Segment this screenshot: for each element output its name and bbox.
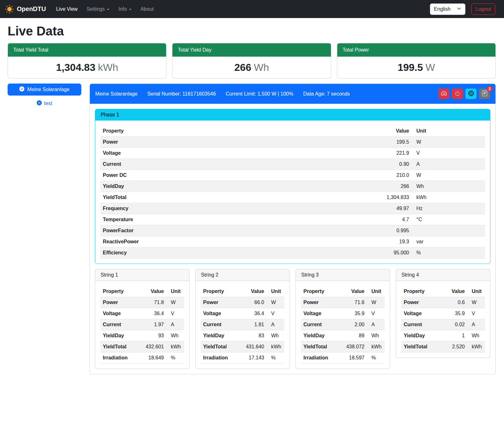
nav-item-about[interactable]: About [136, 4, 158, 15]
property-cell: Voltage [100, 308, 137, 319]
language-select-value: English [434, 6, 451, 12]
table-header-row: PropertyValueUnit [301, 286, 385, 297]
value-cell: 221.9 [287, 148, 412, 159]
unit-cell: V [412, 148, 485, 159]
event-log-button[interactable]: 2 [479, 89, 490, 99]
table-row: YieldDay1Wh [401, 330, 485, 341]
column-header-unit: Unit [367, 286, 385, 297]
column-header-property: Property [401, 286, 442, 297]
unit-cell: V [267, 308, 284, 319]
column-header-unit: Unit [166, 286, 184, 297]
card-title: Total Power [337, 43, 495, 57]
string-table: PropertyValueUnitPower71.6WVoltage35.9VC… [301, 286, 385, 364]
value-cell: 35.9 [442, 308, 467, 319]
unit-cell: V [467, 308, 485, 319]
power-button[interactable] [452, 89, 463, 99]
table-row: YieldTotal1,304.833kWh [100, 192, 485, 203]
value-cell: 18.597 [338, 352, 367, 364]
property-cell: YieldTotal [100, 192, 287, 203]
value-cell: 2.00 [338, 319, 367, 330]
sidebar-item-test[interactable]: test [8, 100, 81, 107]
property-cell: Voltage [201, 308, 238, 319]
dropdown-caret-icon [107, 9, 109, 10]
value-cell: 36.4 [137, 308, 166, 319]
value-cell: 0.995 [287, 225, 412, 236]
table-row: Current1.81A [201, 319, 284, 330]
logout-button[interactable]: Logout [471, 3, 495, 15]
value-cell: 89 [338, 330, 367, 341]
table-row: Temperature4.7°C [100, 214, 485, 225]
unit-cell: kWh [166, 341, 184, 352]
table-row: Current2.00A [301, 319, 385, 330]
strings-row: String 1PropertyValueUnitPower71.8WVolta… [95, 269, 490, 369]
property-cell: Frequency [100, 203, 287, 214]
sun-logo-icon [5, 5, 14, 14]
brand[interactable]: OpenDTU [5, 5, 46, 14]
table-row: Voltage36.4V [201, 308, 284, 319]
journal-icon [482, 90, 488, 97]
value-number: 1,304.83 [56, 62, 96, 73]
unit-cell: % [412, 247, 485, 259]
string-card-body: PropertyValueUnitPower0.6WVoltage35.9VCu… [396, 281, 490, 358]
unit-cell: Wh [467, 330, 485, 341]
string-card: String 3PropertyValueUnitPower71.6WVolta… [296, 269, 390, 369]
table-row: Power71.8W [100, 297, 184, 308]
chevron-down-icon [457, 6, 461, 12]
limit-settings-button[interactable] [438, 89, 449, 99]
property-cell: Power [201, 297, 238, 308]
nav-item-info[interactable]: Info [114, 4, 136, 15]
table-row: YieldDay93Wh [100, 330, 184, 341]
value-cell: 18.649 [137, 352, 166, 364]
table-row: Power0.6W [401, 297, 485, 308]
inverter-data-age: Data Age: 7 seconds [303, 91, 350, 97]
column-header-property: Property [100, 286, 137, 297]
property-cell: Irradiation [100, 352, 137, 364]
property-cell: YieldTotal [401, 341, 442, 352]
inverter-serial: Serial Number: 116171603546 [147, 91, 216, 97]
inverter-card-body: Phase 1 Property Value Unit Power199.5WV… [90, 104, 495, 374]
property-cell: Temperature [100, 214, 287, 225]
table-row: YieldTotal438.072kWh [301, 341, 385, 352]
value-cell: 49.97 [287, 203, 412, 214]
table-row: YieldDay89Wh [301, 330, 385, 341]
nav-item-live-view[interactable]: Live View [52, 4, 82, 15]
property-cell: Power [301, 297, 338, 308]
table-row: Power199.5W [100, 137, 485, 148]
value-cell: 1.81 [238, 319, 267, 330]
property-cell: Power [100, 137, 287, 148]
value-cell: 0.6 [442, 297, 467, 308]
column-header-value: Value [238, 286, 267, 297]
string-card-body: PropertyValueUnitPower71.6WVoltage35.9VC… [296, 281, 390, 369]
card-value: 199.5W [337, 57, 495, 78]
property-cell: Voltage [301, 308, 338, 319]
event-count-badge: 2 [487, 86, 493, 92]
property-cell: Irradiation [301, 352, 338, 364]
table-row: Voltage35.9V [301, 308, 385, 319]
sidebar-item-meine-solaranlage[interactable]: Meine Solaranlage [8, 84, 81, 96]
property-cell: Current [301, 319, 338, 330]
nav-item-settings[interactable]: Settings [82, 4, 114, 15]
language-select[interactable]: English [430, 3, 465, 15]
card-title: Total Yield Total [8, 43, 166, 57]
value-cell: 83 [238, 330, 267, 341]
unit-cell: W [166, 297, 184, 308]
device-info-button[interactable] [465, 89, 476, 99]
table-header-row: PropertyValueUnit [201, 286, 284, 297]
value-cell: 432.601 [137, 341, 166, 352]
unit-cell: W [412, 170, 485, 181]
string-card-title: String 2 [196, 269, 289, 281]
property-cell: YieldDay [100, 330, 137, 341]
unit-cell: kWh [267, 341, 284, 352]
property-cell: YieldTotal [201, 341, 238, 352]
property-cell: YieldDay [201, 330, 238, 341]
value-cell: 4.7 [287, 214, 412, 225]
table-row: Power66.0W [201, 297, 284, 308]
value-cell: 36.4 [238, 308, 267, 319]
value-cell: 17.143 [238, 352, 267, 364]
card-value: 1,304.83kWh [8, 57, 166, 78]
string-card-title: String 3 [296, 269, 390, 281]
table-row: Power71.6W [301, 297, 385, 308]
page-title: Live Data [8, 24, 496, 38]
string-card: String 1PropertyValueUnitPower71.8WVolta… [95, 269, 190, 369]
table-row: Current0.02A [401, 319, 485, 330]
